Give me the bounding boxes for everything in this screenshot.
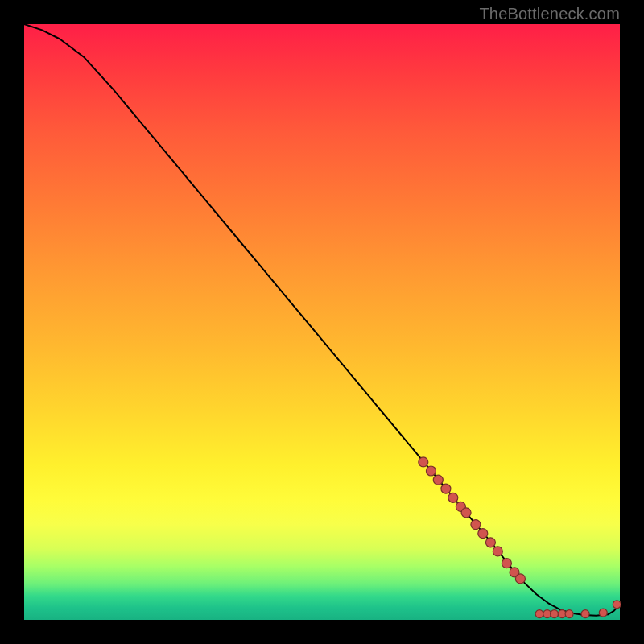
data-marker [502,559,511,568]
data-marker [419,457,428,467]
attribution-text: TheBottleneck.com [479,5,620,23]
data-marker [515,574,525,584]
marker-group [419,457,621,618]
data-marker [613,601,621,609]
data-marker [433,475,443,485]
data-marker [441,484,451,493]
data-marker [478,529,488,539]
chart-frame: TheBottleneck.com [0,0,644,644]
curve-line [24,24,620,616]
data-marker [448,493,458,502]
data-marker [461,508,471,518]
data-marker [551,610,559,618]
data-marker [471,520,481,530]
data-marker [493,547,502,556]
chart-overlay [24,24,620,620]
plot-area [24,24,620,620]
data-marker [599,609,607,617]
data-marker [485,538,495,547]
data-marker [565,610,573,618]
data-marker [581,610,589,618]
data-marker [535,610,543,618]
data-marker [426,466,436,476]
